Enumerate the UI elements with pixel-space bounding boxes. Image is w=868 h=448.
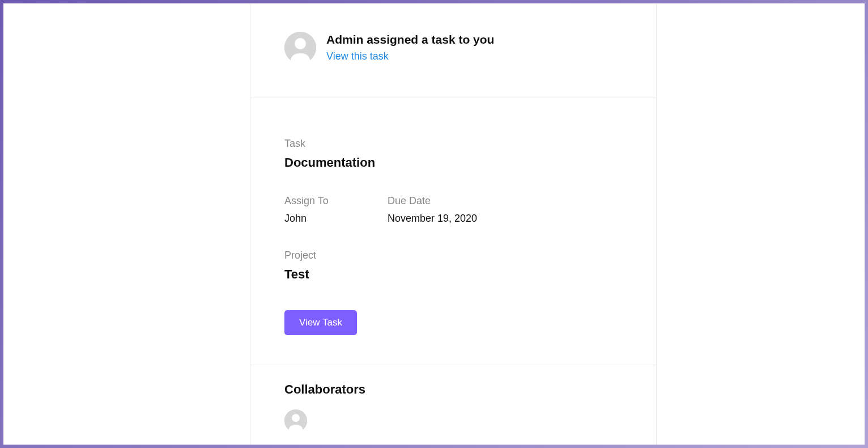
avatar-placeholder-icon (284, 32, 316, 64)
avatar-placeholder-icon (284, 409, 307, 432)
view-task-link[interactable]: View this task (326, 50, 494, 62)
notification-header: Admin assigned a task to you View this t… (250, 3, 656, 98)
collaborator-avatar (284, 409, 307, 432)
project-label: Project (284, 250, 622, 261)
due-date-value: November 19, 2020 (388, 213, 622, 225)
task-name-field: Task Documentation (284, 138, 622, 170)
header-text-block: Admin assigned a task to you View this t… (326, 32, 494, 62)
page-background: Admin assigned a task to you View this t… (3, 3, 865, 445)
task-details-section: Task Documentation Assign To John Due Da… (250, 98, 656, 365)
notification-title: Admin assigned a task to you (326, 32, 494, 47)
assign-to-field: Assign To John (284, 195, 388, 225)
assign-to-value: John (284, 213, 388, 225)
due-date-label: Due Date (388, 195, 622, 207)
collaborators-section: Collaborators (250, 365, 656, 443)
collaborators-title: Collaborators (284, 382, 622, 397)
project-field: Project Test (284, 250, 622, 282)
sender-avatar (284, 32, 316, 64)
due-date-field: Due Date November 19, 2020 (388, 195, 622, 225)
task-label: Task (284, 138, 622, 150)
svg-point-1 (295, 38, 306, 49)
task-name-value: Documentation (284, 155, 622, 170)
assign-due-row: Assign To John Due Date November 19, 202… (284, 195, 622, 225)
view-task-button[interactable]: View Task (284, 310, 357, 335)
notification-card: Admin assigned a task to you View this t… (250, 3, 657, 445)
assign-to-label: Assign To (284, 195, 388, 207)
project-value: Test (284, 267, 622, 282)
svg-point-3 (292, 414, 300, 422)
